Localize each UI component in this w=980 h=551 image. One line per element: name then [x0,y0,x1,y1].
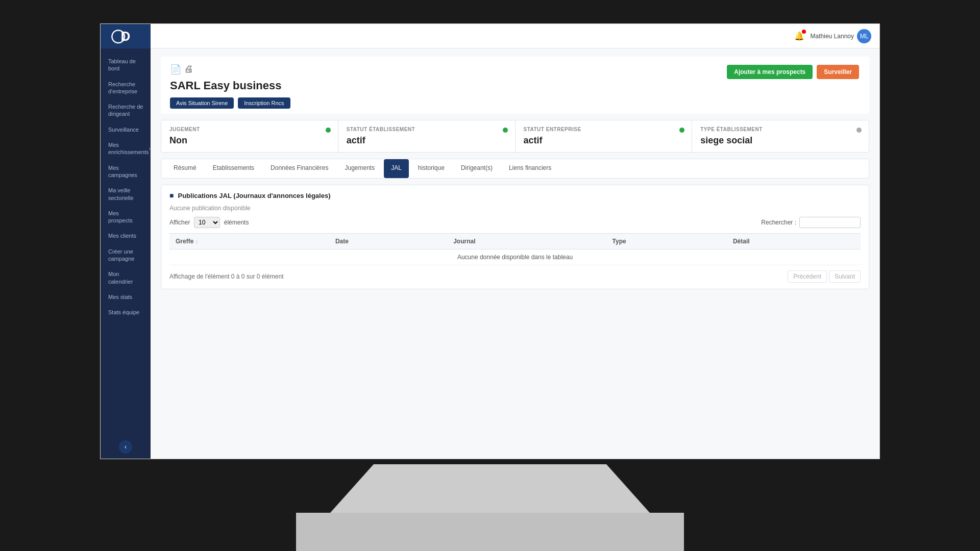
col-type: Type [606,234,727,249]
col-greffe[interactable]: Greffe [169,234,329,249]
jugement-value: Non [169,135,330,146]
sidebar-logo[interactable]: ⃝D [101,24,151,48]
avatar: ML [857,29,871,43]
afficher-select[interactable]: 10 25 50 100 [194,217,220,228]
content-body: 📄 🖨 SARL Easy business Avis Situation Si… [151,48,879,459]
sidebar-item-clients[interactable]: Mes clients [101,228,151,243]
page-header: 📄 🖨 SARL Easy business Avis Situation Si… [161,57,869,114]
sidebar-item-stats-equipe[interactable]: Stats équipe [101,305,151,320]
print-icon: 🖨 [184,64,193,75]
table-empty-row: Aucune donnée disponible dans le tableau [169,249,861,265]
statut-etab-label: STATUT ÉTABLISSEMENT [347,127,507,132]
sidebar-toggle-button[interactable]: ‹ [119,440,132,454]
inscription-rncs-button[interactable]: Inscription Rncs [238,97,290,109]
sidebar-item-stats[interactable]: Mes stats [101,289,151,305]
jugement-label: JUGEMENT [169,127,330,132]
user-name: Mathieu Lannoy [811,33,854,40]
sidebar-item-veille[interactable]: Ma veille sectorielle [101,183,151,206]
table-controls: Afficher 10 25 50 100 éléments Recherche… [169,217,861,228]
status-card-statut-etab: STATUT ÉTABLISSEMENT actif [338,120,516,152]
tag-buttons: Avis Situation Sirene Inscription Rncs [170,97,860,109]
statut-entreprise-label: STATUT ENTREPRISE [524,127,684,132]
tab-liens-financiers[interactable]: Liens financiers [502,159,558,178]
table-footer: Affichage de l'élément 0 à 0 sur 0 éléme… [169,270,861,283]
afficher-control: Afficher 10 25 50 100 éléments [169,217,249,228]
avis-situation-button[interactable]: Avis Situation Sirene [170,97,234,109]
tab-etablissements[interactable]: Etablissements [206,159,261,178]
sidebar-nav: Tableau de bord Recherche d'entreprise R… [101,48,151,435]
tab-dirigeants[interactable]: Dirigeant(s) [454,159,500,178]
sidebar-item-recherche-entreprise[interactable]: Recherche d'entreprise [101,77,151,99]
rechercher-control: Rechercher : [761,217,861,228]
tab-historique[interactable]: historique [411,159,452,178]
sidebar-item-surveillance[interactable]: Surveillance [101,122,151,137]
company-title: SARL Easy business [170,79,860,92]
notification-button[interactable]: 🔔 [794,31,804,41]
document-icon: 📄 [170,64,181,75]
monitor-base [296,513,684,551]
add-prospect-button[interactable]: Ajouter à mes prospects [727,65,813,79]
prev-button[interactable]: Précédent [788,270,827,283]
statut-etab-value: actif [347,135,507,146]
logo-icon: ⃝D [121,29,131,44]
col-detail: Détail [727,234,861,249]
sidebar-item-enrichissements[interactable]: Mes enrichissements › [101,137,151,160]
tab-jal[interactable]: JAL [384,159,409,178]
section-title-text: Publications JAL (Journaux d'annonces lé… [178,192,330,199]
sidebar-item-tableau[interactable]: Tableau de bord [101,54,151,77]
jugement-dot [326,128,331,133]
status-card-type-etab: TYPE ÉTABLISSEMENT siege social [692,120,869,152]
notification-badge-dot [802,30,806,34]
col-date: Date [329,234,447,249]
publications-section: ■ Publications JAL (Journaux d'annonces … [161,185,869,289]
col-journal: Journal [447,234,606,249]
tab-jugements[interactable]: Jugements [337,159,382,178]
sidebar-item-calendrier[interactable]: Mon calendrier [101,266,151,289]
tab-resume[interactable]: Résumé [166,159,204,178]
status-card-statut-entreprise: STATUT ENTREPRISE actif [516,120,693,152]
statut-entreprise-value: actif [524,135,684,146]
data-table: Greffe Date Journal Type [169,233,861,265]
rechercher-input[interactable] [799,217,861,228]
statut-etab-dot [503,128,508,133]
user-info[interactable]: Mathieu Lannoy ML [811,29,871,43]
sidebar-item-campagnes[interactable]: Mes campagnes [101,160,151,183]
sidebar-item-prospects[interactable]: Mes prospects [101,206,151,229]
type-etab-label: TYPE ÉTABLISSEMENT [700,127,861,132]
table-empty-message: Aucune donnée disponible dans le tableau [169,249,861,265]
no-data-message: Aucune publication disponible [169,205,861,212]
tab-donnees-financieres[interactable]: Données Financières [263,159,335,178]
statut-entreprise-dot [679,128,684,133]
main-content: 🔔 Mathieu Lannoy ML 📄 🖨 [151,24,879,459]
section-title: ■ Publications JAL (Journaux d'annonces … [169,191,861,199]
action-buttons-top: Ajouter à mes prospects Surveiller [727,65,859,79]
tabs-bar: Résumé Etablissements Données Financière… [161,159,869,179]
sidebar: ⃝D Tableau de bord Recherche d'entrepris… [101,24,151,459]
pagination-buttons: Précédent Suivant [788,270,861,283]
type-etab-dot [856,128,862,133]
top-bar: 🔔 Mathieu Lannoy ML [151,24,879,48]
sidebar-item-recherche-dirigeant[interactable]: Recherche de dirigeant [101,99,151,122]
next-button[interactable]: Suivant [829,270,861,283]
status-card-jugement: JUGEMENT Non [161,120,338,152]
type-etab-value: siege social [700,135,861,146]
status-cards: JUGEMENT Non STATUT ÉTABLISSEMENT actif … [161,120,869,153]
display-range-text: Affichage de l'élément 0 à 0 sur 0 éléme… [169,273,284,280]
surveiller-button[interactable]: Surveiller [817,65,859,79]
section-icon: ■ [169,191,174,199]
sidebar-item-creer-campagne[interactable]: Créer une campagne [101,244,151,267]
